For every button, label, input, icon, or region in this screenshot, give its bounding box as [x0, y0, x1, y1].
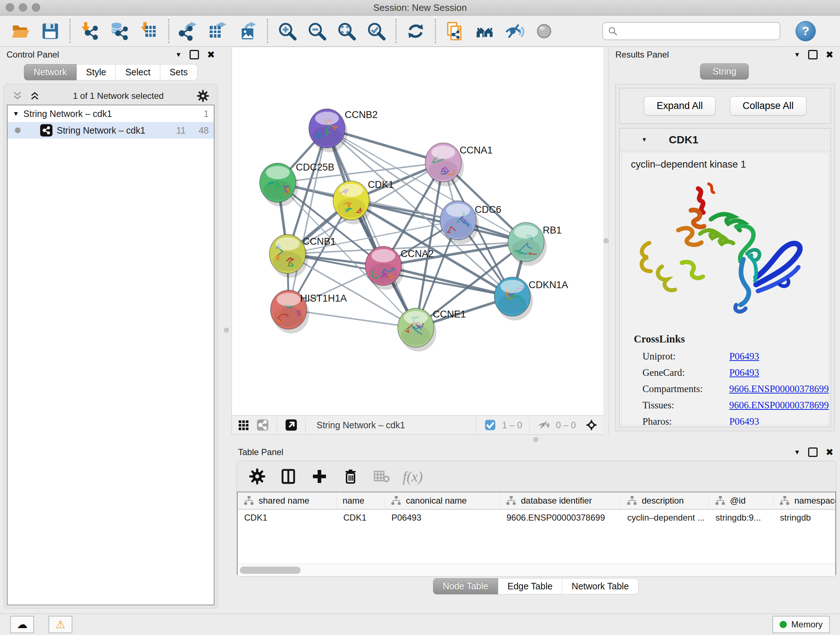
hide-selected-icon[interactable]	[503, 20, 526, 42]
export-network-icon[interactable]	[177, 20, 200, 42]
table-cell[interactable]: stringdb:9...	[709, 513, 774, 523]
splitter-grip[interactable]	[533, 437, 538, 442]
maximize-panel-icon[interactable]	[808, 50, 818, 59]
zoom-fit-icon[interactable]	[335, 20, 358, 42]
table-panel-splitter[interactable]	[232, 435, 840, 444]
hidden-eye-icon[interactable]	[537, 418, 551, 432]
maximize-panel-icon[interactable]	[189, 50, 199, 59]
node-CDKN1A[interactable]: CDKN1A	[494, 277, 568, 320]
crosslink-link[interactable]: P06493	[729, 416, 759, 425]
memory-button[interactable]: Memory	[772, 616, 830, 633]
splitter-grip[interactable]	[224, 328, 229, 333]
show-columns-icon[interactable]	[278, 466, 298, 486]
import-network-icon[interactable]	[79, 20, 101, 42]
refresh-icon[interactable]	[404, 20, 427, 42]
birdseye-grid-icon[interactable]	[237, 418, 251, 432]
expand-all-button[interactable]: Expand All	[644, 96, 715, 116]
tab-network-table[interactable]: Network Table	[562, 578, 638, 594]
column-header-description[interactable]: description	[621, 492, 709, 509]
network-collection-row[interactable]: ▼ String Network – cdk1 1	[8, 105, 214, 122]
zoom-selected-icon[interactable]	[365, 20, 387, 42]
node-CDK1[interactable]: CDK1	[333, 179, 394, 225]
string-network-gray-icon[interactable]	[256, 418, 270, 432]
tab-select[interactable]: Select	[116, 64, 160, 80]
tab-sets[interactable]: Sets	[160, 64, 197, 80]
selected-checkbox-icon[interactable]	[483, 418, 497, 432]
collapse-entry-icon[interactable]: ▼	[641, 136, 647, 143]
close-panel-icon[interactable]: ✖	[826, 448, 834, 456]
control-panel-splitter[interactable]	[221, 47, 232, 614]
export-image-icon[interactable]	[237, 20, 259, 42]
float-panel-icon[interactable]: ▼	[794, 448, 800, 456]
results-panel-splitter[interactable]	[603, 47, 608, 435]
column-header-name[interactable]: name	[337, 492, 385, 509]
column-header-canonical-name[interactable]: canonical name	[385, 492, 500, 509]
save-session-icon[interactable]	[39, 20, 62, 42]
float-panel-icon[interactable]: ▼	[794, 51, 800, 59]
tab-string[interactable]: String	[700, 63, 749, 80]
tab-node-table[interactable]: Node Table	[433, 578, 498, 594]
node-RB1[interactable]: RB1	[508, 223, 561, 266]
column-header-namespace[interactable]: namespace	[774, 492, 836, 509]
show-all-icon[interactable]	[533, 20, 555, 42]
float-panel-icon[interactable]: ▼	[175, 51, 182, 59]
table-cell[interactable]: cyclin–dependent ...	[621, 513, 709, 523]
import-table-icon[interactable]	[138, 20, 160, 42]
crosslink-link[interactable]: P06493	[729, 351, 759, 362]
node-CCNB1[interactable]: CCNB1	[270, 234, 336, 278]
crosslink-link[interactable]: 9606.ENSP00000378699	[729, 383, 829, 394]
collapse-collection-icon[interactable]: ▼	[13, 110, 19, 118]
column-header-database-identifier[interactable]: database identifier	[500, 492, 621, 509]
node-HIST1H1A[interactable]: HIST1H1A	[271, 290, 347, 333]
search-input[interactable]	[621, 26, 775, 36]
table-horizontal-scrollbar[interactable]	[238, 564, 835, 576]
splitter-grip[interactable]	[603, 238, 608, 243]
crosslink-link[interactable]: P06493	[729, 367, 759, 378]
import-database-icon[interactable]	[108, 20, 131, 42]
table-cell[interactable]: 9606.ENSP00000378699	[500, 513, 621, 523]
copy-document-icon[interactable]	[444, 20, 466, 42]
table-cell[interactable]: CDK1	[337, 513, 385, 523]
crosslink-link[interactable]: 9606.ENSP00000378699	[729, 400, 829, 411]
network-home-icon[interactable]	[474, 20, 496, 42]
help-button[interactable]: ?	[796, 21, 816, 41]
node-result-header[interactable]: ▼ CDK1	[620, 128, 831, 151]
edge-CCNB2-HIST1H1A[interactable]	[289, 128, 327, 310]
delete-column-icon[interactable]	[340, 466, 361, 486]
export-table-icon[interactable]	[207, 20, 229, 42]
network-canvas[interactable]: CCNB2CCNA1CDC25BCDK1CDC6RB1CCNB1CCNA2CDK…	[232, 47, 603, 415]
fit-content-crosshair-icon[interactable]	[584, 418, 598, 432]
tab-style[interactable]: Style	[77, 64, 116, 80]
close-panel-icon[interactable]: ✖	[826, 51, 834, 58]
zoom-in-icon[interactable]	[276, 20, 298, 42]
cloud-status-button[interactable]: ☁	[10, 616, 34, 633]
table-cell[interactable]: stringdb	[774, 513, 836, 523]
tab-edge-table[interactable]: Edge Table	[498, 578, 562, 594]
network-options-gear-icon[interactable]	[196, 89, 210, 103]
scrollbar-thumb[interactable]	[240, 567, 301, 574]
column-header--id[interactable]: @id	[709, 492, 774, 509]
table-cell[interactable]: CDK1	[238, 513, 337, 523]
node-CDC25B[interactable]: CDC25B	[260, 162, 334, 207]
main-toolbar: ?	[0, 16, 840, 47]
node-CCNB2[interactable]: CCNB2	[309, 109, 378, 152]
search-input-wrap[interactable]	[602, 22, 780, 40]
network-row-selected[interactable]: String Network – cdk1 11 48	[8, 122, 214, 139]
tab-network[interactable]: Network	[24, 64, 77, 80]
open-session-icon[interactable]	[9, 20, 32, 42]
close-panel-icon[interactable]: ✖	[207, 51, 215, 58]
collapse-all-icon[interactable]	[12, 90, 23, 101]
zoom-out-icon[interactable]	[306, 20, 328, 42]
warnings-button[interactable]: ⚠	[49, 616, 73, 633]
network-graph[interactable]: CCNB2CCNA1CDC25BCDK1CDC6RB1CCNB1CCNA2CDK…	[232, 47, 603, 415]
expand-all-icon[interactable]	[29, 90, 40, 101]
maximize-panel-icon[interactable]	[808, 448, 818, 457]
column-header-shared-name[interactable]: shared name	[238, 492, 337, 509]
node-CCNA1[interactable]: CCNA1	[425, 143, 493, 187]
table-row[interactable]: CDK1CDK1P064939606.ENSP00000378699cyclin…	[238, 510, 835, 526]
collapse-all-button[interactable]: Collapse All	[730, 96, 806, 116]
export-view-icon[interactable]	[284, 418, 298, 432]
table-options-gear-icon[interactable]	[247, 466, 267, 486]
add-column-icon[interactable]	[309, 466, 330, 486]
table-cell[interactable]: P06493	[385, 513, 500, 523]
